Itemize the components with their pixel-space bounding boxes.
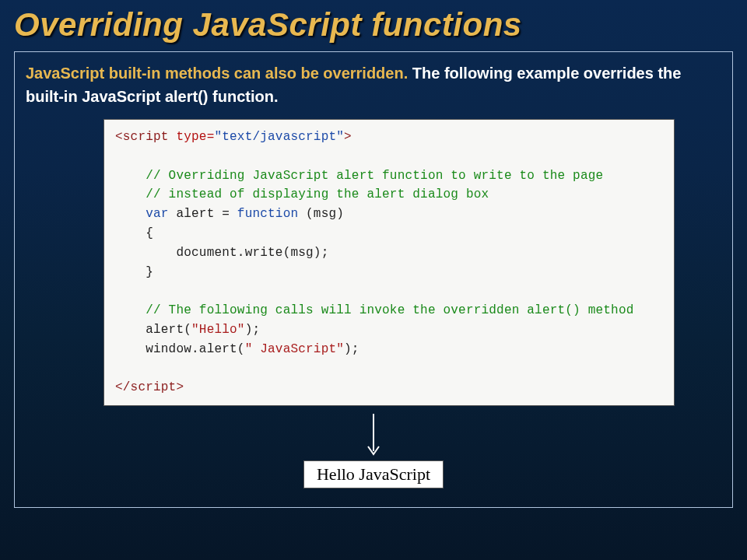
code-call1b: ); — [245, 323, 261, 337]
arrow-container — [26, 412, 721, 459]
code-open-tag-attr: type= — [169, 130, 215, 144]
code-brace-open: { — [146, 226, 153, 240]
code-brace-close: } — [146, 265, 153, 279]
code-block: <script type="text/javascript"> // Overr… — [103, 119, 675, 406]
description-text: JavaScript built-in methods can also be … — [26, 61, 721, 108]
slide-title: Overriding JavaScript functions — [0, 0, 747, 47]
code-params: (msg) — [298, 207, 344, 221]
code-call1a: alert( — [146, 323, 191, 337]
code-call1s: "Hello" — [191, 323, 245, 337]
arrow-down-icon — [364, 412, 383, 459]
code-name-alert: alert = — [169, 207, 237, 221]
output-container: Hello JavaScript — [26, 459, 721, 488]
code-call2b: ); — [344, 342, 359, 356]
code-body: document.write(msg); — [176, 246, 328, 260]
output-box: Hello JavaScript — [303, 460, 444, 488]
code-kw-var: var — [146, 207, 168, 221]
code-open-tag-end: > — [344, 130, 352, 144]
code-kw-function: function — [237, 207, 298, 221]
code-call2a: window.alert( — [146, 342, 244, 356]
code-comment-3: // The following calls will invoke the o… — [146, 303, 633, 317]
code-close-tag: </script> — [115, 380, 184, 394]
description-highlight: JavaScript built-in methods can also be … — [26, 65, 408, 82]
code-comment-1: // Overriding JavaScript alert function … — [146, 169, 603, 183]
content-box: JavaScript built-in methods can also be … — [14, 51, 733, 508]
code-open-tag-str: "text/javascript" — [214, 130, 344, 144]
code-open-tag-start: <script — [115, 130, 169, 144]
code-comment-2: // instead of displaying the alert dialo… — [146, 187, 489, 201]
code-call2s: " JavaScript" — [245, 342, 344, 356]
